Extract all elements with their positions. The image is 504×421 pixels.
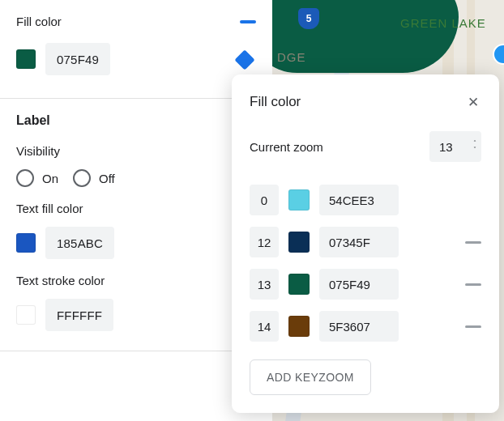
zoom-stops-list: 054CEE31207345F13075F49145F3607 — [250, 185, 481, 342]
text-stroke-label: Text stroke color — [16, 274, 256, 287]
remove-stop-icon[interactable] — [465, 325, 481, 328]
stop-hex-input[interactable]: 07345F — [319, 227, 399, 257]
close-icon[interactable] — [465, 94, 481, 110]
fill-color-header: Fill color — [16, 15, 256, 28]
current-zoom-stepper[interactable]: 13 ˄ ˅ — [429, 131, 481, 162]
visibility-on-radio[interactable]: On — [16, 169, 58, 187]
text-stroke-swatch[interactable] — [16, 305, 36, 325]
text-stroke-row: FFFFFF — [16, 299, 256, 331]
stop-hex-input[interactable]: 54CEE3 — [319, 185, 399, 215]
fill-color-row: 075F49 — [16, 43, 256, 75]
text-fill-row: 185ABC — [16, 227, 256, 259]
radio-circle-icon — [73, 169, 91, 187]
stop-color-swatch[interactable] — [288, 232, 310, 253]
visibility-label: Visibility — [16, 144, 256, 158]
visibility-off-radio[interactable]: Off — [73, 169, 115, 187]
fill-color-label: Fill color — [16, 15, 62, 28]
visibility-off-text: Off — [99, 172, 115, 185]
zoom-level-input[interactable]: 0 — [250, 185, 279, 215]
map-marker-icon — [493, 44, 504, 65]
popup-header: Fill color — [250, 94, 481, 110]
add-keyzoom-button[interactable]: ADD KEYZOOM — [250, 359, 371, 395]
remove-stop-icon[interactable] — [465, 283, 481, 286]
zoom-level-input[interactable]: 13 — [250, 269, 279, 300]
zoom-stop-row: 054CEE3 — [250, 185, 481, 215]
stop-hex-input[interactable]: 5F3607 — [319, 311, 399, 342]
section-title-label: Label — [16, 113, 256, 128]
map-area-label: DGE — [277, 50, 306, 64]
zoom-stop-row: 13075F49 — [250, 269, 481, 300]
chevron-down-icon[interactable]: ˅ — [473, 147, 476, 152]
popup-title: Fill color — [250, 94, 301, 110]
visibility-radio-group: On Off — [16, 169, 256, 187]
stop-color-swatch[interactable] — [288, 316, 310, 337]
zoom-level-input[interactable]: 14 — [250, 311, 279, 342]
text-fill-value[interactable]: 185ABC — [45, 227, 114, 259]
zoom-stop-row: 1207345F — [250, 227, 481, 257]
current-zoom-row: Current zoom 13 ˄ ˅ — [250, 131, 481, 162]
visibility-on-text: On — [42, 172, 58, 185]
fill-color-value[interactable]: 075F49 — [45, 43, 110, 75]
fill-color-swatch[interactable] — [16, 49, 36, 69]
remove-stop-icon[interactable] — [465, 241, 481, 244]
collapse-icon[interactable] — [240, 20, 256, 23]
current-zoom-label: Current zoom — [250, 140, 323, 154]
current-zoom-value: 13 — [439, 140, 453, 154]
map-place-label: GREEN LAKE — [400, 16, 486, 30]
stop-color-swatch[interactable] — [288, 189, 310, 210]
text-fill-swatch[interactable] — [16, 233, 36, 253]
zoom-level-input[interactable]: 12 — [250, 227, 279, 257]
stop-color-swatch[interactable] — [288, 274, 310, 295]
stepper-arrows[interactable]: ˄ ˅ — [473, 141, 476, 152]
highway-shield-icon: 5 — [298, 8, 319, 29]
stop-hex-input[interactable]: 075F49 — [319, 269, 399, 300]
text-stroke-value[interactable]: FFFFFF — [45, 299, 113, 331]
text-fill-label: Text fill color — [16, 202, 256, 215]
radio-circle-icon — [16, 169, 34, 187]
fill-color-popup: Fill color Current zoom 13 ˄ ˅ 054CEE312… — [232, 74, 499, 413]
zoom-stop-row: 145F3607 — [250, 311, 481, 342]
